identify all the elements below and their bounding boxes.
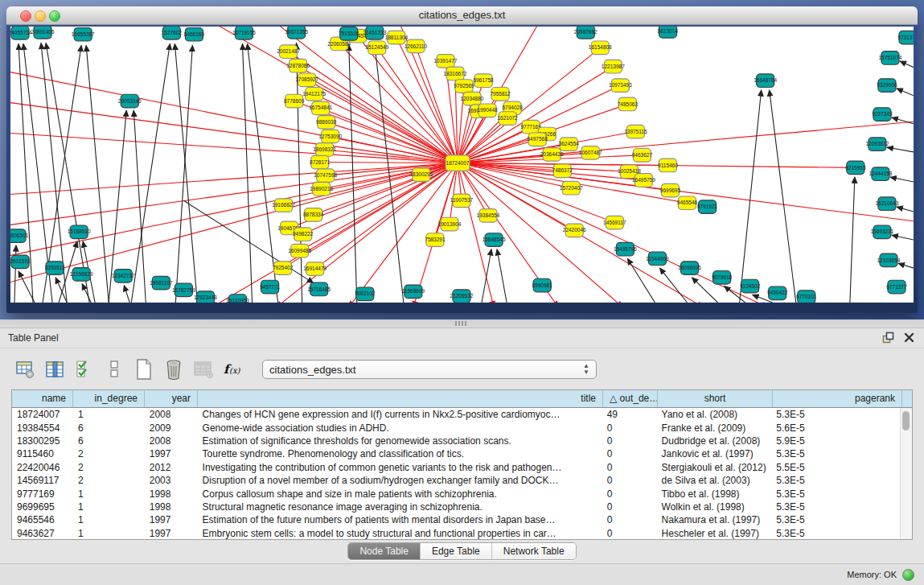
float-panel-icon[interactable] [882, 332, 894, 344]
graph-node[interactable]: 15693231 [870, 225, 893, 239]
graph-node[interactable]: 16671355 [285, 27, 308, 39]
citation-edge-black[interactable] [131, 43, 170, 303]
graph-node[interactable]: 6771377 [886, 280, 907, 294]
citation-edge-black[interactable] [740, 90, 762, 303]
graph-node[interactable]: 1621072 [497, 112, 518, 126]
citation-edge-red[interactable] [320, 163, 458, 163]
citation-edge-red[interactable] [10, 101, 458, 163]
graph-node[interactable]: 7486372 [552, 164, 573, 178]
graph-node[interactable]: 8990981 [532, 278, 553, 292]
graph-node[interactable]: 18300295 [409, 168, 433, 182]
graph-node[interactable]: 10655287 [72, 27, 95, 41]
graph-node[interactable]: 8350511 [45, 262, 65, 275]
scrollbar-thumb[interactable] [902, 411, 910, 431]
graph-node[interactable]: 13975115 [624, 125, 647, 138]
graph-node[interactable]: 19890218 [310, 182, 333, 196]
column-header-in_degree[interactable]: in_degree [73, 390, 145, 407]
graph-node[interactable]: 22420046 [563, 224, 586, 237]
graph-node[interactable]: 18811304 [385, 31, 409, 44]
graph-node[interactable]: 9450422 [767, 286, 788, 300]
graph-node[interactable]: 8813014 [658, 27, 679, 38]
citation-edge-black[interactable] [86, 45, 109, 303]
citation-edge-black[interactable] [124, 286, 129, 303]
graph-node[interactable]: 9457771 [260, 280, 281, 294]
graph-node[interactable]: 21206532 [450, 290, 474, 303]
tab-edge-table[interactable]: Edge Table [420, 543, 491, 559]
graph-node[interactable]: 24055724 [10, 27, 32, 39]
graph-node[interactable]: 20587682 [574, 27, 598, 39]
graph-node[interactable]: 19013904 [438, 217, 462, 231]
graph-node[interactable]: 11007537 [450, 194, 474, 208]
graph-node[interactable]: 7955812 [490, 88, 511, 101]
graph-node[interactable]: 16096006 [678, 262, 701, 275]
graph-node[interactable]: 7583291 [425, 233, 446, 247]
citation-edge-black[interactable] [850, 177, 855, 303]
graph-node[interactable]: 12213987 [602, 60, 625, 73]
table-selector-dropdown[interactable]: citations_edges.txt ▲▼ [262, 360, 597, 379]
column-header-year[interactable]: year [145, 390, 198, 407]
graph-node[interactable]: 10607487 [579, 146, 602, 160]
graph-node[interactable]: 16495759 [632, 174, 655, 187]
graph-node[interactable]: 12103654 [877, 253, 900, 267]
graph-node[interactable]: 19166827 [272, 199, 295, 212]
graph-node[interactable]: 9124502 [740, 279, 761, 293]
graph-node[interactable]: 16154808 [589, 41, 612, 55]
table-options-button[interactable] [13, 357, 37, 381]
citation-edge-black[interactable] [892, 235, 914, 240]
graph-node[interactable]: 8878334 [303, 208, 324, 222]
column-header-short[interactable]: short [658, 390, 773, 407]
create-column-button[interactable] [132, 357, 156, 381]
graph-node[interactable]: 18724007 [446, 155, 470, 171]
close-panel-icon[interactable] [904, 332, 914, 343]
tab-node-table[interactable]: Node Table [348, 543, 420, 559]
citation-edge-black[interactable] [898, 263, 914, 268]
citation-edge-black[interactable] [482, 249, 491, 303]
graph-node[interactable]: 9498222 [293, 228, 314, 241]
citation-edge-red[interactable] [314, 94, 458, 163]
delete-columns-button[interactable] [162, 357, 186, 381]
graph-node[interactable]: 9227343 [872, 108, 893, 122]
table-scrollbar[interactable] [900, 408, 912, 539]
table-row[interactable]: 1830029562008Estimation of significance … [12, 435, 901, 447]
graph-node[interactable]: 9329966 [877, 79, 897, 93]
table-row[interactable]: 946362711997Embryonic stem cells: a mode… [12, 527, 901, 539]
graph-node[interactable]: 17085927 [295, 73, 318, 87]
citation-edge-black[interactable] [890, 177, 914, 182]
graph-node[interactable]: 9079918 [712, 271, 733, 285]
citation-edge-red[interactable] [10, 163, 458, 258]
table-row[interactable]: 1872400712008Changes of HCN gene express… [12, 408, 901, 421]
network-window-titlebar[interactable]: citations_edges.txt [6, 6, 918, 25]
panel-splitter[interactable] [0, 319, 924, 328]
graph-node[interactable]: 20891406 [31, 27, 55, 39]
network-canvas[interactable]: 1872400720021487128780861708592719412175… [10, 27, 914, 303]
column-header-out_de[interactable]: △ out_de… [603, 390, 658, 407]
graph-node[interactable]: 15716485 [307, 282, 331, 296]
citation-edge-black[interactable] [887, 147, 914, 152]
citation-edge-red[interactable] [314, 163, 458, 215]
graph-node[interactable]: 20021487 [277, 45, 300, 59]
show-columns-button[interactable] [43, 357, 67, 381]
citation-edge-red[interactable] [315, 163, 458, 270]
graph-node[interactable]: 9731377 [897, 31, 914, 44]
graph-node[interactable]: 19581107 [150, 276, 173, 290]
graph-node[interactable]: 15720407 [560, 181, 583, 195]
select-all-rows-button[interactable] [72, 357, 97, 381]
graph-node[interactable]: 3624554 [559, 138, 580, 151]
graph-node[interactable]: 7485063 [618, 97, 639, 111]
graph-node[interactable]: 12923448 [194, 291, 217, 303]
column-header-title[interactable]: title [198, 390, 603, 407]
table-row[interactable]: 977716911998Corpus callosum shape and si… [12, 487, 901, 500]
graph-node[interactable]: 6770101 [796, 290, 817, 303]
graph-node[interactable]: 12753090 [318, 130, 342, 143]
citation-edge-black[interactable] [770, 90, 796, 303]
table-row[interactable]: 1456911722003Disruption of a novel membe… [12, 474, 901, 487]
graph-node[interactable]: 15751074 [878, 51, 901, 65]
graph-node[interactable]: 9115460 [658, 159, 678, 172]
citation-edge-red[interactable] [10, 163, 458, 286]
graph-node[interactable]: 9465546 [677, 196, 698, 210]
graph-node[interactable]: 10747598 [314, 169, 337, 183]
citation-edge-black[interactable] [497, 249, 507, 303]
graph-node[interactable]: 7925402 [273, 262, 294, 275]
graph-node[interactable]: 3931591 [10, 255, 31, 269]
graph-node[interactable]: 9792569 [454, 80, 474, 93]
